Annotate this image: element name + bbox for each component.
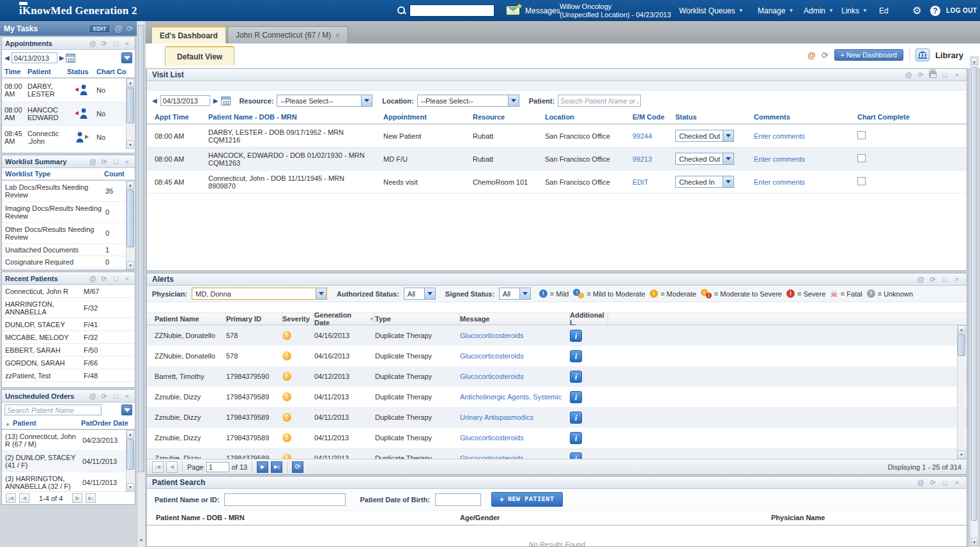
- last-page-icon[interactable]: ▶|: [271, 461, 282, 473]
- next-day-button[interactable]: ▶: [59, 54, 65, 61]
- last-page-icon[interactable]: ▶|: [86, 493, 96, 503]
- list-item[interactable]: Cosignature Required 0: [2, 256, 135, 268]
- enter-comments-link[interactable]: Enter comments: [754, 132, 857, 140]
- library-button[interactable]: Library: [935, 50, 963, 60]
- visit-date-input[interactable]: [160, 95, 210, 106]
- refresh-icon[interactable]: ⟳: [916, 71, 925, 79]
- prev-page-icon[interactable]: ◀: [19, 493, 29, 503]
- refresh-icon[interactable]: ⟳: [100, 158, 109, 166]
- list-item[interactable]: GORDON, SARAH F/66: [2, 357, 135, 369]
- alert-message-link[interactable]: Glucocorticosteroids: [460, 373, 570, 380]
- chart-complete-checkbox[interactable]: [857, 177, 866, 185]
- scroll-up-icon[interactable]: ▲: [126, 79, 134, 87]
- table-row[interactable]: Zznubie, Dizzy 17984379589 ! 04/11/2013 …: [147, 448, 967, 459]
- col-severity[interactable]: Severity: [282, 313, 314, 325]
- list-item[interactable]: Unattached Documents 1: [2, 244, 135, 256]
- col-chart-complete[interactable]: Chart Co: [96, 68, 135, 75]
- worklist-scrollbar[interactable]: ▲ ▼: [126, 181, 134, 270]
- scroll-down-icon[interactable]: ▼: [126, 261, 134, 270]
- page-number-input[interactable]: [206, 462, 229, 472]
- info-icon[interactable]: i: [570, 391, 582, 403]
- appointments-scrollbar[interactable]: ▲ ▼: [126, 79, 134, 149]
- table-row[interactable]: 08:00 AM DARBY, LESTER No: [2, 79, 135, 102]
- help-button[interactable]: ?: [930, 0, 940, 21]
- refresh-icon[interactable]: ⟳: [292, 461, 303, 473]
- scrollbar-thumb[interactable]: [126, 190, 134, 247]
- maximize-icon[interactable]: □: [940, 275, 949, 283]
- at-icon[interactable]: @: [904, 71, 913, 79]
- scroll-down-icon[interactable]: ▼: [126, 141, 134, 149]
- list-item[interactable]: Other Docs/Results Needing Review 0: [2, 223, 135, 244]
- table-row[interactable]: Zznubie, Dizzy 17984379589 ! 04/11/2013 …: [147, 428, 967, 448]
- maximize-icon[interactable]: □: [111, 392, 120, 400]
- authorized-status-select[interactable]: All: [404, 288, 436, 300]
- table-row[interactable]: 08:00 AM HANCOC EDWARD No: [2, 102, 135, 126]
- at-icon[interactable]: @: [88, 392, 97, 400]
- col-appt-time[interactable]: Appt Time: [155, 113, 208, 121]
- col-primary-id[interactable]: Primary ID: [226, 313, 282, 325]
- info-icon[interactable]: i: [570, 452, 582, 459]
- list-item[interactable]: (13) Connecticut, John R (67 / M) 04/23/…: [2, 430, 135, 451]
- col-comments[interactable]: Comments: [754, 113, 857, 121]
- at-icon[interactable]: @: [88, 40, 97, 47]
- close-icon[interactable]: ×: [123, 392, 132, 400]
- table-row[interactable]: 08:00 AM DARBY, LESTER - DOB 09/17/1952 …: [147, 125, 967, 148]
- menu-links[interactable]: Links▼: [841, 0, 868, 21]
- table-row[interactable]: ZZNubie, Donatello 578 ! 04/16/2013 Dupl…: [147, 325, 967, 346]
- at-icon[interactable]: @: [916, 275, 925, 283]
- filter-icon[interactable]: [121, 52, 132, 63]
- alert-message-link[interactable]: Glucocorticosteroids: [460, 454, 570, 459]
- col-worklist-type[interactable]: Worklist Type: [2, 170, 104, 178]
- refresh-icon[interactable]: ⟳: [928, 275, 937, 283]
- list-item[interactable]: Connecticut, John R M/67: [2, 285, 135, 298]
- scroll-down-icon[interactable]: ▼: [971, 538, 977, 546]
- col-message[interactable]: Message: [460, 313, 570, 325]
- table-row[interactable]: Barrett, Timothy 17984379590 ! 04/12/201…: [147, 366, 967, 387]
- table-row[interactable]: Zznubie, Dizzy 17984379589 ! 04/11/2013 …: [147, 407, 967, 428]
- maximize-icon[interactable]: □: [940, 479, 949, 486]
- em-code-link[interactable]: EDIT: [632, 178, 675, 186]
- table-row[interactable]: 08:00 AM HANCOCK, EDWARDO - DOB 01/02/19…: [147, 148, 967, 171]
- col-patient-name[interactable]: Patient Name: [155, 313, 226, 325]
- col-patient[interactable]: Patient: [27, 68, 67, 75]
- list-item[interactable]: EBBERT, SARAH F/50: [2, 344, 135, 357]
- enter-comments-link[interactable]: Enter comments: [754, 155, 857, 163]
- scroll-down-icon[interactable]: ▼: [138, 537, 144, 544]
- physician-select[interactable]: MD, Donna: [192, 288, 327, 300]
- tab-patient-connecticut[interactable]: John R Connecticut (67 / M) ×: [227, 26, 348, 43]
- filter-icon[interactable]: [121, 404, 132, 415]
- alert-message-link[interactable]: Glucocorticosteroids: [460, 434, 570, 442]
- scrollbar-thumb[interactable]: [126, 439, 134, 470]
- info-icon[interactable]: i: [570, 371, 582, 383]
- at-icon[interactable]: @: [88, 158, 97, 166]
- calendar-icon[interactable]: [66, 54, 75, 63]
- col-status[interactable]: Status: [67, 68, 96, 75]
- menu-admin[interactable]: Admin▼: [804, 0, 834, 21]
- alert-message-link[interactable]: Urinary Antispasmodics: [460, 413, 570, 421]
- scroll-down-icon[interactable]: ▼: [126, 483, 134, 491]
- patient-name-input[interactable]: [224, 493, 346, 506]
- col-patorder-date[interactable]: PatOrder Date: [81, 419, 135, 427]
- close-icon[interactable]: ×: [953, 479, 961, 486]
- list-item[interactable]: DUNLOP, STACEY F/41: [2, 318, 135, 331]
- list-item[interactable]: (3) HARRINGTON, ANNABELLA (32 / F) 04/11…: [2, 472, 135, 491]
- alert-message-link[interactable]: Glucocorticosteroids: [460, 332, 570, 339]
- unscheduled-scrollbar[interactable]: ▲ ▼: [126, 430, 134, 491]
- col-type[interactable]: Type: [375, 313, 460, 325]
- info-icon[interactable]: i: [570, 350, 582, 362]
- sidebar-scrollbar[interactable]: ▼: [137, 21, 146, 547]
- table-row[interactable]: ZZNubie, Donatello 578 ! 04/16/2013 Dupl…: [147, 346, 967, 366]
- close-icon[interactable]: ×: [123, 158, 132, 166]
- edit-tasks-button[interactable]: EDIT: [89, 24, 111, 33]
- at-icon[interactable]: @: [88, 275, 97, 282]
- patient-filter-input[interactable]: [558, 95, 641, 107]
- refresh-icon[interactable]: ⟳: [100, 392, 109, 400]
- prev-day-button[interactable]: ◀: [152, 97, 157, 104]
- refresh-icon[interactable]: ⟳: [822, 50, 829, 60]
- refresh-icon[interactable]: ⟳: [126, 24, 133, 33]
- close-icon[interactable]: ×: [953, 71, 961, 79]
- tab-default-view[interactable]: Default View: [165, 46, 234, 66]
- col-resource[interactable]: Resource: [473, 113, 545, 121]
- scroll-up-icon[interactable]: ▲: [958, 325, 965, 334]
- list-item[interactable]: Imaging Docs/Results Needing Review 0: [2, 202, 135, 223]
